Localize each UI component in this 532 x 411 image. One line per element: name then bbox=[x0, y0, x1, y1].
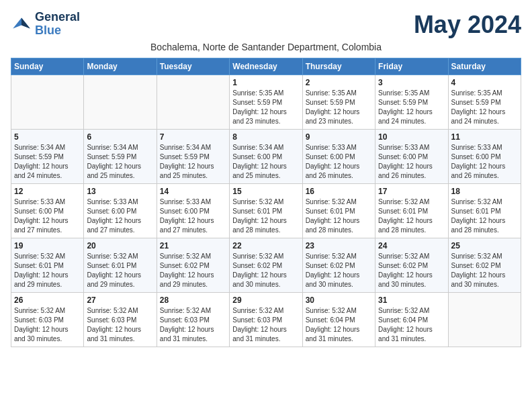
calendar-week-row: 19Sunrise: 5:32 AMSunset: 6:01 PMDayligh… bbox=[11, 238, 521, 293]
day-number: 21 bbox=[160, 241, 226, 250]
day-number: 27 bbox=[87, 295, 153, 305]
table-row: 2Sunrise: 5:35 AMSunset: 5:59 PMDaylight… bbox=[302, 75, 375, 130]
day-info: Sunrise: 5:32 AMSunset: 6:01 PMDaylight:… bbox=[378, 197, 445, 235]
day-info: Sunrise: 5:32 AMSunset: 6:01 PMDaylight:… bbox=[306, 197, 372, 235]
table-row: 17Sunrise: 5:32 AMSunset: 6:01 PMDayligh… bbox=[375, 184, 448, 238]
day-number: 2 bbox=[306, 78, 372, 87]
day-number: 4 bbox=[451, 78, 518, 87]
table-row: 28Sunrise: 5:32 AMSunset: 6:03 PMDayligh… bbox=[157, 293, 229, 347]
day-number: 7 bbox=[160, 132, 226, 142]
day-info: Sunrise: 5:33 AMSunset: 6:00 PMDaylight:… bbox=[160, 197, 226, 235]
table-row: 15Sunrise: 5:32 AMSunset: 6:01 PMDayligh… bbox=[230, 184, 302, 238]
day-number: 23 bbox=[306, 241, 372, 250]
day-number: 24 bbox=[378, 241, 445, 250]
table-row bbox=[157, 75, 229, 130]
table-row: 29Sunrise: 5:32 AMSunset: 6:03 PMDayligh… bbox=[230, 293, 302, 347]
day-info: Sunrise: 5:35 AMSunset: 5:59 PMDaylight:… bbox=[378, 89, 445, 126]
logo-text: General Blue bbox=[35, 11, 80, 38]
table-row: 7Sunrise: 5:34 AMSunset: 5:59 PMDaylight… bbox=[157, 130, 229, 184]
calendar-week-row: 5Sunrise: 5:34 AMSunset: 5:59 PMDaylight… bbox=[11, 130, 521, 184]
day-info: Sunrise: 5:35 AMSunset: 5:59 PMDaylight:… bbox=[232, 89, 299, 126]
header-sunday: Sunday bbox=[11, 58, 84, 75]
logo-icon bbox=[11, 13, 32, 35]
table-row: 12Sunrise: 5:33 AMSunset: 6:00 PMDayligh… bbox=[11, 184, 84, 238]
table-row: 27Sunrise: 5:32 AMSunset: 6:03 PMDayligh… bbox=[84, 293, 157, 347]
day-number: 5 bbox=[14, 132, 81, 142]
table-row: 13Sunrise: 5:33 AMSunset: 6:00 PMDayligh… bbox=[84, 184, 157, 238]
day-number: 10 bbox=[378, 132, 445, 142]
day-info: Sunrise: 5:32 AMSunset: 6:03 PMDaylight:… bbox=[87, 306, 153, 344]
day-number: 13 bbox=[87, 187, 153, 196]
day-info: Sunrise: 5:32 AMSunset: 6:01 PMDaylight:… bbox=[87, 252, 153, 289]
calendar-week-row: 12Sunrise: 5:33 AMSunset: 6:00 PMDayligh… bbox=[11, 184, 521, 238]
table-row: 8Sunrise: 5:34 AMSunset: 6:00 PMDaylight… bbox=[230, 130, 302, 184]
table-row: 23Sunrise: 5:32 AMSunset: 6:02 PMDayligh… bbox=[302, 238, 375, 293]
day-info: Sunrise: 5:32 AMSunset: 6:01 PMDaylight:… bbox=[14, 252, 81, 289]
day-number: 19 bbox=[14, 241, 81, 250]
day-info: Sunrise: 5:35 AMSunset: 5:59 PMDaylight:… bbox=[306, 89, 372, 126]
table-row: 25Sunrise: 5:32 AMSunset: 6:02 PMDayligh… bbox=[448, 238, 521, 293]
table-row bbox=[11, 75, 84, 130]
day-info: Sunrise: 5:33 AMSunset: 6:00 PMDaylight:… bbox=[306, 143, 372, 181]
day-number: 20 bbox=[87, 241, 153, 250]
header-monday: Monday bbox=[84, 58, 157, 75]
day-info: Sunrise: 5:34 AMSunset: 5:59 PMDaylight:… bbox=[87, 143, 153, 181]
table-row: 19Sunrise: 5:32 AMSunset: 6:01 PMDayligh… bbox=[11, 238, 84, 293]
table-row: 31Sunrise: 5:32 AMSunset: 6:04 PMDayligh… bbox=[375, 293, 448, 347]
day-number: 12 bbox=[14, 187, 81, 196]
day-number: 22 bbox=[232, 241, 299, 250]
day-info: Sunrise: 5:33 AMSunset: 6:00 PMDaylight:… bbox=[451, 143, 518, 181]
day-number: 18 bbox=[451, 187, 518, 196]
day-info: Sunrise: 5:32 AMSunset: 6:04 PMDaylight:… bbox=[306, 306, 372, 344]
day-info: Sunrise: 5:32 AMSunset: 6:02 PMDaylight:… bbox=[378, 252, 445, 289]
day-info: Sunrise: 5:32 AMSunset: 6:03 PMDaylight:… bbox=[14, 306, 81, 344]
table-row: 18Sunrise: 5:32 AMSunset: 6:01 PMDayligh… bbox=[448, 184, 521, 238]
header-friday: Friday bbox=[375, 58, 448, 75]
logo: General Blue bbox=[11, 11, 80, 38]
day-info: Sunrise: 5:34 AMSunset: 6:00 PMDaylight:… bbox=[232, 143, 299, 181]
table-row: 3Sunrise: 5:35 AMSunset: 5:59 PMDaylight… bbox=[375, 75, 448, 130]
day-number: 31 bbox=[378, 295, 445, 305]
day-info: Sunrise: 5:34 AMSunset: 5:59 PMDaylight:… bbox=[14, 143, 81, 181]
page-header: General Blue May 2024 bbox=[11, 11, 521, 39]
day-info: Sunrise: 5:32 AMSunset: 6:01 PMDaylight:… bbox=[451, 197, 518, 235]
table-row: 5Sunrise: 5:34 AMSunset: 5:59 PMDaylight… bbox=[11, 130, 84, 184]
day-info: Sunrise: 5:35 AMSunset: 5:59 PMDaylight:… bbox=[451, 89, 518, 126]
day-info: Sunrise: 5:32 AMSunset: 6:04 PMDaylight:… bbox=[378, 306, 445, 344]
day-info: Sunrise: 5:32 AMSunset: 6:01 PMDaylight:… bbox=[232, 197, 299, 235]
table-row: 6Sunrise: 5:34 AMSunset: 5:59 PMDaylight… bbox=[84, 130, 157, 184]
svg-marker-1 bbox=[21, 17, 30, 28]
month-title: May 2024 bbox=[414, 11, 521, 39]
day-number: 28 bbox=[160, 295, 226, 305]
header-tuesday: Tuesday bbox=[157, 58, 229, 75]
table-row: 16Sunrise: 5:32 AMSunset: 6:01 PMDayligh… bbox=[302, 184, 375, 238]
day-info: Sunrise: 5:32 AMSunset: 6:03 PMDaylight:… bbox=[232, 306, 299, 344]
day-info: Sunrise: 5:33 AMSunset: 6:00 PMDaylight:… bbox=[14, 197, 81, 235]
table-row: 9Sunrise: 5:33 AMSunset: 6:00 PMDaylight… bbox=[302, 130, 375, 184]
day-number: 29 bbox=[232, 295, 299, 305]
day-number: 11 bbox=[451, 132, 518, 142]
day-info: Sunrise: 5:32 AMSunset: 6:02 PMDaylight:… bbox=[451, 252, 518, 289]
calendar-header-row: Sunday Monday Tuesday Wednesday Thursday… bbox=[11, 58, 521, 75]
header-thursday: Thursday bbox=[302, 58, 375, 75]
table-row: 24Sunrise: 5:32 AMSunset: 6:02 PMDayligh… bbox=[375, 238, 448, 293]
day-number: 25 bbox=[451, 241, 518, 250]
table-row: 26Sunrise: 5:32 AMSunset: 6:03 PMDayligh… bbox=[11, 293, 84, 347]
table-row: 21Sunrise: 5:32 AMSunset: 6:02 PMDayligh… bbox=[157, 238, 229, 293]
calendar-week-row: 26Sunrise: 5:32 AMSunset: 6:03 PMDayligh… bbox=[11, 293, 521, 347]
day-info: Sunrise: 5:32 AMSunset: 6:02 PMDaylight:… bbox=[232, 252, 299, 289]
day-number: 8 bbox=[232, 132, 299, 142]
day-info: Sunrise: 5:32 AMSunset: 6:02 PMDaylight:… bbox=[306, 252, 372, 289]
day-info: Sunrise: 5:33 AMSunset: 6:00 PMDaylight:… bbox=[378, 143, 445, 181]
day-number: 9 bbox=[306, 132, 372, 142]
table-row bbox=[84, 75, 157, 130]
day-number: 16 bbox=[306, 187, 372, 196]
header-saturday: Saturday bbox=[448, 58, 521, 75]
day-number: 17 bbox=[378, 187, 445, 196]
table-row: 4Sunrise: 5:35 AMSunset: 5:59 PMDaylight… bbox=[448, 75, 521, 130]
table-row: 22Sunrise: 5:32 AMSunset: 6:02 PMDayligh… bbox=[230, 238, 302, 293]
day-number: 15 bbox=[232, 187, 299, 196]
calendar-week-row: 1Sunrise: 5:35 AMSunset: 5:59 PMDaylight… bbox=[11, 75, 521, 130]
day-info: Sunrise: 5:32 AMSunset: 6:02 PMDaylight:… bbox=[160, 252, 226, 289]
table-row: 11Sunrise: 5:33 AMSunset: 6:00 PMDayligh… bbox=[448, 130, 521, 184]
